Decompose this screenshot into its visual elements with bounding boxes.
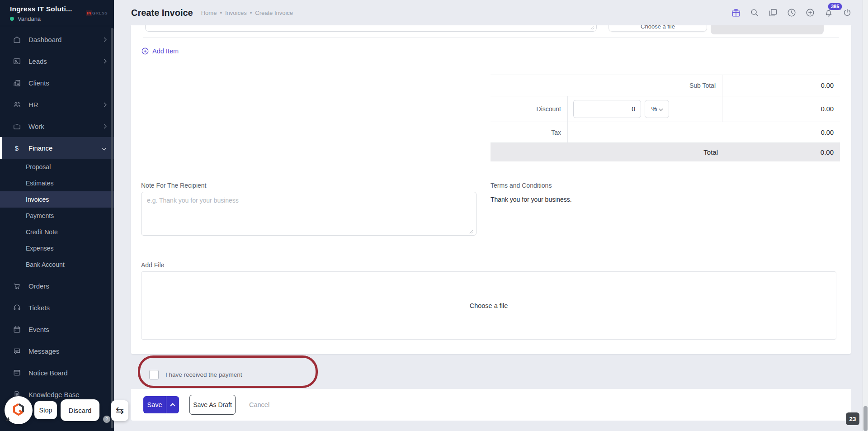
sidebar-subitem-bank-account[interactable]: Bank Account [0,256,114,273]
payment-received-label: I have received the payment [165,371,242,378]
resize-handle-icon [590,26,594,30]
tax-row: Tax 0.00 [491,122,840,142]
terms-text: Thank you for your business. [491,196,572,203]
sidebar-item-finance[interactable]: $ Finance [0,137,114,159]
chevron-right-icon [102,124,107,128]
breadcrumb-separator: • [220,9,222,16]
sidebar-subitem-payments[interactable]: Payments [0,208,114,224]
note-label: Note For The Recipient [141,182,206,189]
payment-received-checkbox[interactable] [149,370,159,379]
notification-badge: 385 [828,3,842,10]
item-description-input[interactable] [145,25,597,32]
bell-icon[interactable]: 385 [823,7,834,18]
clock-icon[interactable] [786,7,797,18]
discount-unit-select[interactable]: % [645,100,669,118]
sidebar-subitem-invoices[interactable]: Invoices [0,191,114,208]
breadcrumb-current: Create Invoice [255,9,293,16]
sidebar-subitem-credit-note[interactable]: Credit Note [0,224,114,240]
add-file-label: Add File [141,261,164,269]
scrollbar-track[interactable] [863,0,868,431]
discount-controls: % [568,96,722,122]
plus-circle-icon[interactable] [805,7,816,18]
hr-icon [12,100,21,109]
headset-icon [12,303,21,312]
divider [143,37,839,38]
discard-button[interactable]: Discard [61,399,99,421]
user-name: Vandana [18,15,41,22]
page-number-badge: 23 [846,412,859,425]
sidebar-item-notice-board[interactable]: Notice Board [0,362,114,384]
total-row: Total 0.00 [491,142,840,161]
breadcrumb: Home • Invoices • Create Invoice [201,9,293,16]
power-icon[interactable] [842,7,853,18]
sidebar-subitem-estimates[interactable]: Estimates [0,175,114,191]
sidebar-item-dashboard[interactable]: Dashboard [0,28,114,50]
breadcrumb-home[interactable]: Home [201,9,217,16]
cart-icon [12,282,21,290]
save-options-button[interactable] [166,396,179,413]
page-title: Create Invoice [131,8,193,18]
chevron-down-icon [659,107,663,111]
board-icon [12,369,21,377]
stop-button[interactable]: Stop [34,401,57,419]
notes-icon[interactable] [768,7,778,18]
gift-icon[interactable] [731,7,741,18]
header-icons: 385 [731,7,853,18]
subtotal-row: Sub Total 0.00 [491,75,840,96]
save-button[interactable]: Save [143,396,166,413]
dollar-icon: $ [12,144,21,152]
sidebar-header: Ingress IT Soluti... Vandana INGRESS [0,0,114,26]
save-as-draft-button[interactable]: Save As Draft [189,395,236,415]
app-root: Ingress IT Soluti... Vandana INGRESS Das… [0,0,868,431]
sidebar-subitem-proposal[interactable]: Proposal [0,159,114,175]
subtotal-label: Sub Total [491,75,722,96]
sidebar-item-hr[interactable]: HR [0,94,114,115]
file-dropzone[interactable]: Choose a file [141,271,836,340]
calendar-icon [12,325,21,334]
chevron-down-icon [102,146,107,150]
user-row: Vandana [10,15,108,22]
chevron-up-icon [170,403,175,408]
search-icon[interactable] [749,7,760,18]
item-file-button[interactable]: Choose a file [609,25,707,32]
sidebar-item-tickets[interactable]: Tickets [0,297,114,318]
sidebar-subitem-expenses[interactable]: Expenses [0,240,114,256]
leads-icon [12,57,21,66]
briefcase-icon [12,122,21,131]
sidebar-item-clients[interactable]: Clients [0,72,114,94]
chevron-right-icon [102,37,107,42]
item-amount-box [711,25,824,34]
sidebar-scrollbar-thumb[interactable] [111,28,113,428]
invoice-form-card: Choose a file Add Item Sub Total 0.00 Di… [131,25,851,354]
tax-value: 0.00 [568,122,840,142]
discount-amount: 0.00 [722,96,840,122]
sidebar-item-leads[interactable]: Leads [0,50,114,72]
breadcrumb-invoices[interactable]: Invoices [225,9,247,16]
plus-circle-icon [141,47,149,55]
save-split-button: Save [143,396,179,413]
chevron-right-icon [102,102,107,107]
brand-cube-icon [10,402,27,418]
home-icon [12,35,21,44]
sidebar: Ingress IT Soluti... Vandana INGRESS Das… [0,0,114,431]
online-status-dot [10,17,14,21]
scrollbar-thumb[interactable] [863,406,868,431]
sidebar-item-events[interactable]: Events [0,318,114,340]
payment-received-row: I have received the payment [149,370,242,379]
breadcrumb-separator: • [250,9,252,16]
top-header: Create Invoice Home • Invoices • Create … [114,0,868,25]
discount-input[interactable] [573,100,641,118]
sidebar-item-messages[interactable]: Messages [0,340,114,362]
chat-icon [12,347,21,355]
sidebar-item-work[interactable]: Work [0,115,114,137]
add-item-button[interactable]: Add Item [141,47,179,55]
chevron-right-icon [102,59,107,63]
discount-label: Discount [491,96,568,122]
note-textarea[interactable] [141,192,476,236]
help-badge[interactable]: ? [103,416,110,423]
clients-icon [12,79,21,87]
swap-button[interactable]: ⇆ [111,400,128,421]
sidebar-item-orders[interactable]: Orders [0,275,114,297]
cancel-link[interactable]: Cancel [249,401,269,408]
total-label: Total [491,143,722,161]
